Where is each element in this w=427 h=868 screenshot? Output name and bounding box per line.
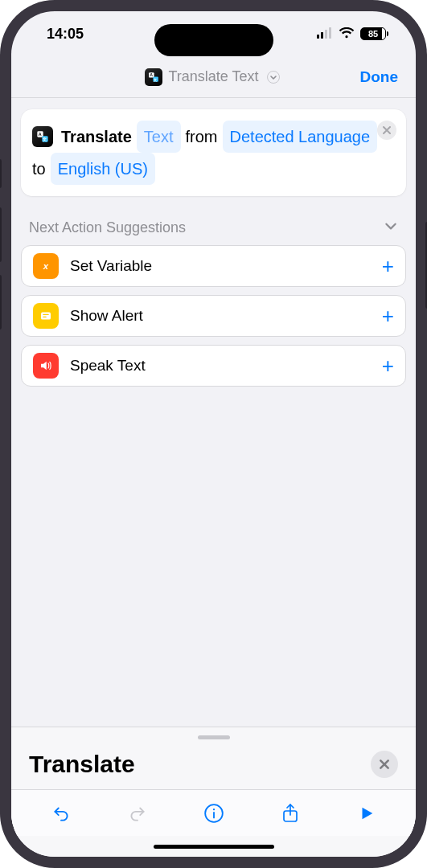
share-button[interactable] <box>277 800 304 827</box>
suggestion-speak-text[interactable]: Speak Text + <box>21 345 406 387</box>
status-time: 14:05 <box>47 26 84 43</box>
svg-rect-1 <box>321 32 323 39</box>
sheet-title: Translate <box>29 751 135 778</box>
word-to: to <box>32 154 46 183</box>
word-from: from <box>186 122 218 151</box>
suggestion-label: Show Alert <box>70 307 371 325</box>
suggestion-label: Speak Text <box>70 357 371 375</box>
suggestions-header-label: Next Action Suggestions <box>29 219 186 236</box>
target-language-token[interactable]: English (US) <box>51 153 155 185</box>
bottom-sheet[interactable]: Translate <box>11 727 416 857</box>
navbar-title-group[interactable]: A文 Translate Text <box>145 68 281 86</box>
run-button[interactable] <box>353 800 380 827</box>
text-input-token[interactable]: Text <box>137 121 181 153</box>
battery-icon: 85 <box>360 27 388 40</box>
redo-button <box>124 800 151 827</box>
translate-app-icon: A文 <box>32 126 53 147</box>
svg-text:文: 文 <box>154 77 158 81</box>
navbar-title: Translate Text <box>168 68 258 85</box>
svg-text:x: x <box>43 261 49 271</box>
svg-point-19 <box>212 809 214 810</box>
suggestion-set-variable[interactable]: x Set Variable + <box>21 245 406 287</box>
svg-rect-14 <box>41 313 51 320</box>
svg-rect-3 <box>329 27 331 39</box>
speaker-icon <box>33 353 59 379</box>
source-language-token[interactable]: Detected Language <box>223 121 378 153</box>
suggestion-label: Set Variable <box>70 257 371 275</box>
svg-text:文: 文 <box>42 137 47 141</box>
dynamic-island <box>154 24 273 56</box>
action-verb: Translate <box>61 122 132 151</box>
cellular-icon <box>317 26 333 43</box>
svg-point-8 <box>267 71 279 83</box>
alert-icon <box>33 303 59 329</box>
translate-app-icon: A文 <box>145 68 162 86</box>
svg-rect-0 <box>317 35 319 39</box>
svg-rect-15 <box>43 314 49 315</box>
plus-icon[interactable]: + <box>382 254 394 279</box>
close-sheet-button[interactable] <box>371 751 398 778</box>
chevron-down-icon <box>384 219 398 237</box>
svg-rect-2 <box>325 30 327 39</box>
done-button[interactable]: Done <box>360 56 399 97</box>
remove-action-button[interactable] <box>377 121 396 140</box>
svg-text:A: A <box>39 132 42 137</box>
translate-action-card: A文 Translate Text from Detected Language… <box>21 109 406 196</box>
info-button[interactable] <box>200 800 228 827</box>
chevron-down-icon <box>265 68 282 86</box>
toolbar <box>11 789 416 836</box>
navbar: A文 Translate Text Done <box>11 56 416 98</box>
plus-icon[interactable]: + <box>382 354 394 379</box>
home-indicator[interactable] <box>11 836 416 857</box>
sheet-grabber[interactable] <box>198 735 230 739</box>
plus-icon[interactable]: + <box>382 304 394 329</box>
wifi-icon <box>339 26 355 43</box>
undo-button[interactable] <box>47 800 75 827</box>
suggestions-header[interactable]: Next Action Suggestions <box>21 196 406 245</box>
svg-rect-16 <box>43 317 47 317</box>
variable-icon: x <box>33 253 59 279</box>
suggestion-show-alert[interactable]: Show Alert + <box>21 295 406 337</box>
